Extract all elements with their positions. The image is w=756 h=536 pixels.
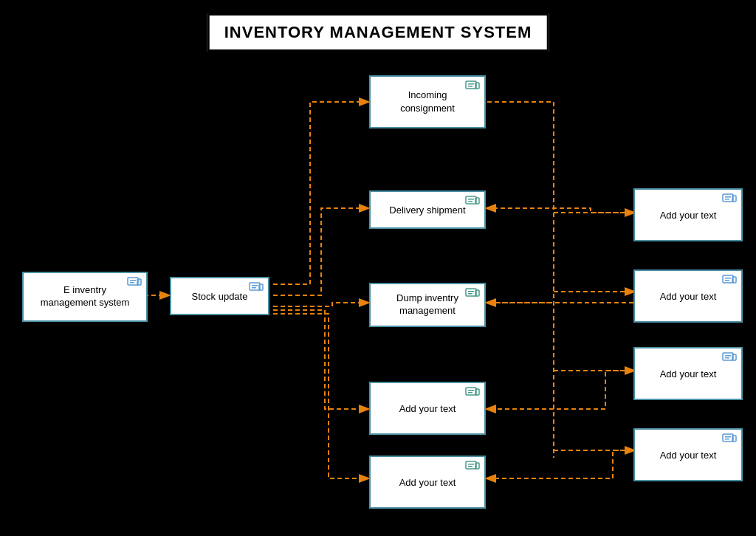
svg-rect-6	[128, 278, 138, 285]
incoming-icon	[465, 80, 480, 92]
add-text-right-1-icon	[722, 193, 737, 205]
svg-rect-33	[468, 464, 474, 465]
svg-rect-28	[466, 388, 476, 395]
svg-rect-18	[468, 86, 472, 87]
add-text-right-4-icon	[722, 433, 737, 444]
svg-rect-46	[725, 357, 729, 359]
add-text-center-4-node: Add your text	[369, 382, 486, 435]
add-text-right-4-node: Add your text	[633, 428, 743, 481]
svg-rect-34	[468, 466, 472, 467]
svg-rect-44	[723, 353, 733, 360]
svg-rect-51	[732, 436, 736, 441]
stock-update-node: Stock update	[170, 277, 269, 315]
svg-rect-39	[732, 196, 736, 202]
delivery-shipment-node: Delivery shipment	[369, 190, 486, 229]
svg-rect-30	[468, 392, 472, 394]
svg-rect-35	[475, 463, 479, 469]
svg-rect-8	[130, 282, 134, 284]
svg-rect-37	[725, 196, 731, 198]
svg-rect-32	[466, 461, 476, 469]
add-text-center-4-icon	[465, 386, 480, 398]
svg-rect-47	[732, 354, 736, 360]
svg-rect-22	[468, 201, 472, 202]
svg-rect-48	[723, 434, 733, 441]
stock-update-icon	[249, 281, 264, 293]
svg-rect-40	[723, 275, 733, 283]
svg-rect-21	[468, 199, 474, 200]
svg-rect-15	[259, 284, 263, 290]
svg-rect-24	[466, 289, 476, 296]
svg-rect-12	[250, 283, 260, 290]
add-text-right-3-node: Add your text	[633, 347, 743, 400]
svg-rect-31	[475, 389, 479, 395]
add-text-center-5-icon	[465, 460, 480, 472]
add-text-center-5-node: Add your text	[369, 456, 486, 509]
svg-rect-14	[252, 287, 256, 289]
e-inventory-icon	[127, 276, 142, 288]
svg-rect-42	[725, 280, 729, 281]
dump-icon	[465, 287, 480, 299]
svg-rect-23	[475, 198, 479, 204]
e-inventory-node: E inventry management system	[22, 272, 148, 322]
svg-rect-41	[725, 278, 731, 279]
svg-rect-25	[468, 291, 474, 292]
incoming-consignment-node: Incoming consignment	[369, 75, 486, 128]
dump-inventory-node: Dump inventry management	[369, 283, 486, 327]
svg-rect-45	[725, 355, 731, 357]
svg-rect-43	[732, 277, 736, 283]
svg-rect-17	[468, 83, 474, 85]
svg-rect-29	[468, 390, 474, 391]
svg-rect-49	[725, 436, 731, 438]
svg-rect-7	[130, 280, 136, 281]
svg-rect-16	[466, 81, 476, 89]
delivery-icon	[465, 195, 480, 207]
svg-rect-36	[723, 194, 733, 202]
add-text-right-1-node: Add your text	[633, 188, 743, 241]
svg-rect-19	[475, 83, 479, 89]
svg-rect-38	[725, 199, 729, 200]
add-text-right-3-icon	[722, 351, 737, 363]
add-text-right-2-icon	[722, 274, 737, 286]
svg-rect-26	[468, 293, 472, 295]
svg-rect-13	[252, 285, 258, 286]
svg-rect-50	[725, 439, 729, 440]
svg-rect-27	[475, 290, 479, 296]
page-title: INVENTORY MANAGEMENT SYSTEM	[207, 13, 549, 52]
svg-rect-20	[466, 196, 476, 204]
add-text-right-2-node: Add your text	[633, 269, 743, 323]
